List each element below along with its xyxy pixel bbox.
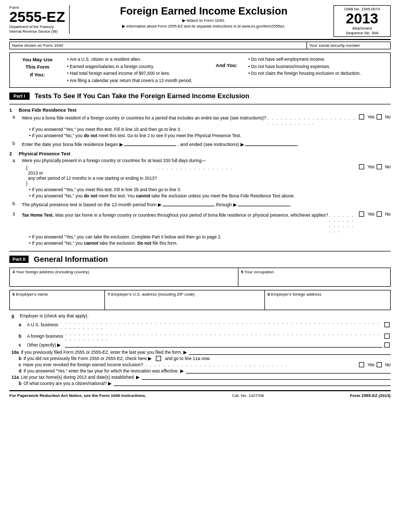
section-2a-letter: a <box>12 158 20 200</box>
checkbox-ga[interactable] <box>384 322 390 327</box>
and-you-item-2: Do not have business/moving expenses. <box>248 63 386 71</box>
instructions-line: ▶ Information about Form 2555-EZ and its… <box>79 24 328 29</box>
and-you-item-3: Do not claim the foreign housing exclusi… <box>248 70 386 77</box>
line-11a: 11a List your tax home(s) during 2013 an… <box>9 375 391 380</box>
fill-line-11b[interactable] <box>114 381 391 386</box>
line4-cell: 4 Your foreign address (including countr… <box>10 268 238 287</box>
section-3-num: 3 <box>12 211 20 247</box>
divider1 <box>9 104 391 104</box>
yes-no-10c: Yes No <box>359 362 391 367</box>
line-10d: d If you answered "Yes," enter the tax y… <box>9 368 391 374</box>
checkbox-yes-1a[interactable] <box>359 114 364 119</box>
section-1: 1 Bona Fide Residence Test a Were you a … <box>9 108 391 147</box>
section-1a: a Were you a bona fide resident of a for… <box>9 114 391 139</box>
if-you-item-3: Had total foreign earned income of $97,6… <box>67 70 205 77</box>
yes-no-3: Yes No <box>359 211 391 217</box>
checkbox-no-2a[interactable] <box>377 164 382 169</box>
fill-line-2b-end[interactable] <box>238 201 290 206</box>
fill-line-gc[interactable] <box>65 342 382 348</box>
line-11b-letter: b <box>19 381 21 386</box>
section-2a-if-no: • If you answered "No," you do not meet … <box>22 193 391 198</box>
line-10d-letter: d <box>19 368 21 374</box>
footer-right: Form 2555-EZ (2013) <box>350 393 391 398</box>
section-3-if-yes: • If you answered "Yes," you can take th… <box>22 234 391 240</box>
section-3-text: Tax Home Test. Was your tax home in a fo… <box>22 212 328 218</box>
fill-line-10d[interactable] <box>186 368 391 374</box>
section-1b-ended: , and ended (see instructions) ▶ <box>178 142 244 147</box>
line-gb-text: A foreign business <box>27 334 63 339</box>
checkbox-gc[interactable] <box>384 342 390 348</box>
dots-2a: . . . . . . . . . . . . . . . . . <box>158 165 358 170</box>
fill-line-10a[interactable] <box>189 350 391 355</box>
part1-label: Part I <box>9 92 30 100</box>
dots-gb: . . . . . . . . . . . . . . . . . . . . … <box>65 331 382 341</box>
fill-line-11a[interactable] <box>142 375 391 380</box>
line8-label: 8 Employer's foreign address <box>268 292 321 297</box>
section-3-if-no: • If you answered "No," you cannot take … <box>22 241 391 246</box>
use-box: You May Use This Form If You: Are a U.S.… <box>9 52 391 88</box>
dots-10c: . . . . . . . . . . . . . . . . . . . . … <box>145 362 357 367</box>
ssn-label: Your social security number <box>309 43 360 48</box>
checkbox-10b[interactable] <box>156 356 161 361</box>
checkbox-yes-3[interactable] <box>359 211 364 217</box>
line-10c-letter: c <box>19 362 21 367</box>
checkbox-yes-10c[interactable] <box>359 362 364 367</box>
line7-cell: 7 Employer's U.S. address (including ZIP… <box>105 290 265 310</box>
section-2-num: 2 <box>9 151 17 156</box>
line-g-text: Employer is (check any that apply): <box>20 313 88 318</box>
section-2a-if-yes: • If you answered "Yes," you meet this t… <box>22 187 391 192</box>
line-10a-label: 10a <box>11 350 19 355</box>
section-2b: b The physical presence test is based on… <box>9 201 391 207</box>
sequence-label: Sequence No. 34A <box>336 31 388 35</box>
dept-line1: Department of the Treasury <box>9 24 65 29</box>
line7-label: 7 Employer's U.S. address (including ZIP… <box>108 292 195 297</box>
line4-label: 4 Your foreign address (including countr… <box>12 270 89 274</box>
line-10a: 10a If you previously filed Form 2555 or… <box>9 350 391 355</box>
fill-line-2b-start[interactable] <box>163 201 215 206</box>
line6-label: 6 Employer's name <box>12 292 48 297</box>
line-ga-letter: a <box>19 322 25 327</box>
footer-mid: Cat. No. 13272W <box>232 393 264 398</box>
employer-table: 6 Employer's name 7 Employer's U.S. addr… <box>9 290 391 310</box>
main-title: Foreign Earned Income Exclusion <box>79 5 328 17</box>
footer: For Paperwork Reduction Act Notice, see … <box>9 390 391 398</box>
line-10a-text: If you previously filed Form 2555 or 255… <box>21 350 187 355</box>
section-1-num: 1 <box>9 108 17 113</box>
section-1b: b Enter the date your bona fide residenc… <box>9 141 391 147</box>
attach-line: ▶ Attach to Form 1040. <box>79 18 328 23</box>
form-id-block: Form 2555-EZ Department of the Treasury … <box>9 5 70 34</box>
line5-cell: 5 Your occupation <box>238 268 390 287</box>
line8-cell: 8 Employer's foreign address <box>265 290 391 310</box>
checkbox-no-1a[interactable] <box>377 114 382 119</box>
use-box-if-you: Are a U.S. citizen or a resident alien. … <box>67 56 205 84</box>
if-you-item-2: Earned wages/salaries in a foreign count… <box>67 63 205 71</box>
section-2b-letter: b <box>12 201 20 207</box>
line5-label: 5 Your occupation <box>241 270 274 274</box>
title-block: Foreign Earned Income Exclusion ▶ Attach… <box>74 5 334 29</box>
section-2a-other: any other period of 12 months in a row s… <box>26 176 157 181</box>
checkbox-no-10c[interactable] <box>377 362 382 367</box>
year-display: 2013 <box>336 11 388 26</box>
line-10c: c Have you ever revoked the foreign earn… <box>9 362 391 367</box>
line-11b: b Of what country are you a citizen/nati… <box>9 381 391 386</box>
section-1b-text: Enter the date your bona fide residence … <box>22 142 123 147</box>
checkbox-yes-2a[interactable] <box>359 164 364 169</box>
section-1b-letter: b <box>12 141 20 147</box>
fill-line-1b-end[interactable] <box>245 141 297 146</box>
checkbox-gb[interactable] <box>384 334 390 339</box>
checkbox-no-3[interactable] <box>377 211 382 217</box>
if-you-item-4: Are filing a calendar year return that c… <box>67 77 205 85</box>
part1-header-row: Part I Tests To See If You Can Take the … <box>9 92 391 100</box>
line-ga-text: A U.S. business <box>27 322 58 327</box>
section-1a-if-no: • If you answered "No," you do not meet … <box>22 133 391 138</box>
section-2a-2013: 2013 or <box>26 170 157 176</box>
line-10b-letter: b <box>19 356 21 361</box>
fill-line-1b-start[interactable] <box>124 141 176 146</box>
line-gc-letter: c <box>19 342 25 348</box>
footer-left: For Paperwork Reduction Act Notice, see … <box>9 393 146 398</box>
line-g-letter: g <box>11 313 18 318</box>
ssn-label-cell: Your social security number <box>307 42 390 49</box>
attachment-label: Attachment <box>336 26 388 31</box>
line-10b-goto: and go to line 11a now. <box>165 356 210 361</box>
section-2b-text: The physical presence test is based on t… <box>22 202 162 207</box>
